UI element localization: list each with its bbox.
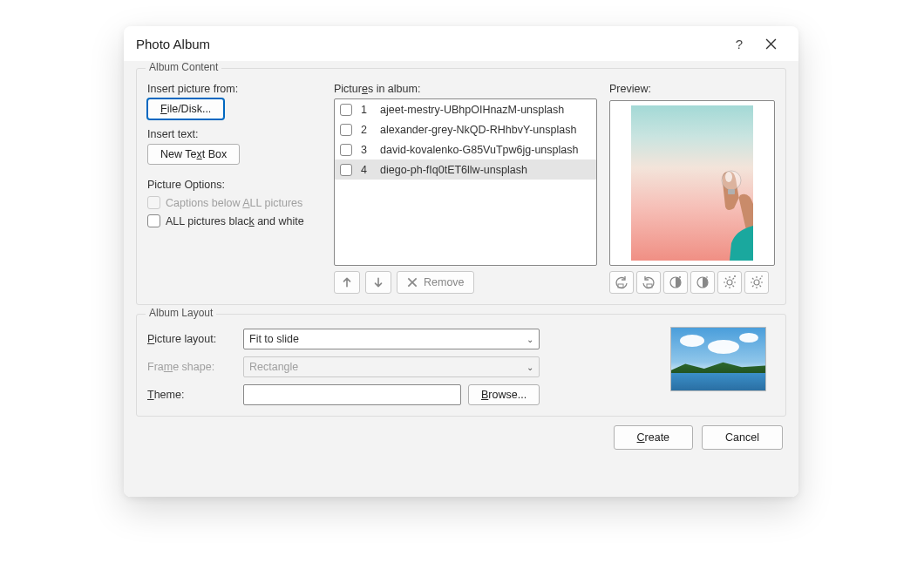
caret-down-icon: ⌄ bbox=[527, 335, 533, 344]
file-disk-button[interactable]: File/Disk... bbox=[147, 98, 224, 119]
frame-shape-label: Frame shape: bbox=[147, 361, 234, 373]
list-item[interactable]: 3david-kovalenko-G85VuTpw6jg-unsplash bbox=[335, 139, 596, 159]
captions-checkbox-row: Captions below ALL pictures bbox=[147, 196, 322, 209]
picture-layout-label: Picture layout: bbox=[147, 333, 234, 345]
list-item-name: alexander-grey-NkQD-RHhbvY-unsplash bbox=[380, 124, 576, 136]
list-item-number: 3 bbox=[361, 144, 371, 156]
list-item-number: 4 bbox=[361, 164, 371, 176]
list-item-checkbox[interactable] bbox=[340, 144, 352, 156]
pictures-listbox[interactable]: 1ajeet-mestry-UBhpOIHnazM-unsplash2alexa… bbox=[334, 98, 597, 266]
move-up-button[interactable] bbox=[334, 271, 360, 294]
close-button[interactable] bbox=[755, 26, 786, 61]
rotate-left-button[interactable] bbox=[609, 271, 634, 294]
pictures-in-album-label: Pictures in album: bbox=[334, 83, 597, 95]
bw-checkbox[interactable] bbox=[147, 214, 160, 227]
new-text-box-button[interactable]: New Text Box bbox=[147, 144, 240, 165]
browse-button[interactable]: Browse... bbox=[468, 384, 540, 405]
theme-input[interactable] bbox=[243, 384, 461, 405]
layout-preview-image bbox=[670, 327, 766, 391]
list-item-number: 1 bbox=[361, 104, 371, 116]
list-item-checkbox[interactable] bbox=[340, 124, 352, 136]
captions-checkbox bbox=[147, 196, 160, 209]
list-item-name: david-kovalenko-G85VuTpw6jg-unsplash bbox=[380, 144, 578, 156]
list-item[interactable]: 2alexander-grey-NkQD-RHhbvY-unsplash bbox=[335, 119, 596, 139]
help-button[interactable]: ? bbox=[724, 26, 755, 61]
list-item[interactable]: 4diego-ph-fIq0tET6llw-unsplash bbox=[335, 159, 596, 180]
bw-checkbox-row[interactable]: ALL pictures black and white bbox=[147, 214, 322, 227]
photo-album-dialog: Photo Album ? Album Content Insert pictu… bbox=[124, 26, 798, 497]
caret-down-icon: ⌄ bbox=[527, 363, 533, 372]
preview-box bbox=[609, 100, 775, 266]
contrast-down-button[interactable] bbox=[690, 271, 715, 294]
picture-options-label: Picture Options: bbox=[147, 179, 322, 191]
titlebar: Photo Album ? bbox=[124, 26, 798, 61]
list-item-name: diego-ph-fIq0tET6llw-unsplash bbox=[380, 164, 527, 176]
album-layout-legend: Album Layout bbox=[146, 307, 216, 319]
create-button[interactable]: Create bbox=[614, 425, 694, 450]
brightness-down-button[interactable] bbox=[744, 271, 769, 294]
captions-label: Captions below ALL pictures bbox=[166, 197, 302, 209]
brightness-up-button[interactable] bbox=[717, 271, 742, 294]
svg-point-1 bbox=[725, 172, 732, 182]
svg-point-7 bbox=[727, 280, 732, 285]
list-item-checkbox[interactable] bbox=[340, 104, 352, 116]
contrast-up-button[interactable] bbox=[663, 271, 688, 294]
insert-text-label: Insert text: bbox=[147, 128, 322, 140]
rotate-right-button[interactable] bbox=[636, 271, 661, 294]
list-item-name: ajeet-mestry-UBhpOIHnazM-unsplash bbox=[380, 104, 564, 116]
list-item-number: 2 bbox=[361, 124, 371, 136]
insert-picture-label: Insert picture from: bbox=[147, 83, 322, 95]
svg-point-8 bbox=[754, 280, 759, 285]
move-down-button[interactable] bbox=[365, 271, 391, 294]
list-item-checkbox[interactable] bbox=[340, 164, 352, 176]
list-item[interactable]: 1ajeet-mestry-UBhpOIHnazM-unsplash bbox=[335, 99, 596, 119]
picture-layout-select[interactable]: Fit to slide ⌄ bbox=[243, 329, 540, 349]
svg-rect-2 bbox=[728, 189, 735, 194]
preview-image bbox=[631, 105, 753, 261]
theme-label: Theme: bbox=[147, 389, 234, 401]
album-content-legend: Album Content bbox=[146, 61, 221, 73]
bw-label: ALL pictures black and white bbox=[166, 215, 304, 227]
preview-label: Preview: bbox=[609, 83, 775, 95]
dialog-title: Photo Album bbox=[136, 37, 724, 51]
frame-shape-select: Rectangle ⌄ bbox=[243, 356, 540, 377]
cancel-button[interactable]: Cancel bbox=[702, 425, 783, 450]
remove-button[interactable]: Remove bbox=[397, 271, 474, 294]
